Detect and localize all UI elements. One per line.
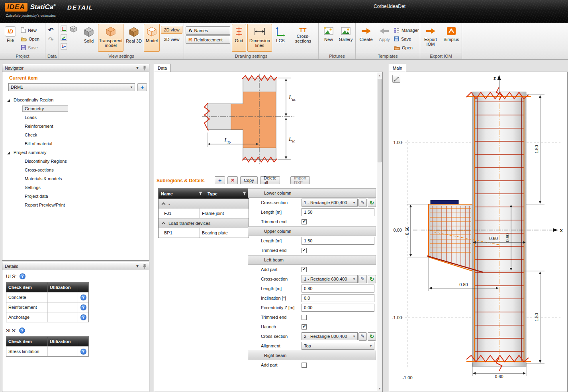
tree-item-geometry[interactable]: Geometry xyxy=(2,104,149,113)
tree-item-discontinuity-regions[interactable]: Discontinuity Regions xyxy=(2,157,149,166)
tab-main[interactable]: Main xyxy=(389,64,406,72)
delete-all-button[interactable]: Delete all xyxy=(260,176,280,184)
new-button[interactable]: New xyxy=(21,26,37,34)
details-header[interactable]: Details ▼ xyxy=(2,262,149,270)
redo-button[interactable]: ↷ xyxy=(48,36,53,43)
names-toggle[interactable]: A Names xyxy=(186,26,230,35)
trimmed-end-checkbox[interactable] xyxy=(302,248,307,253)
length-input[interactable]: 1.50 xyxy=(302,237,374,245)
scroll-down-arrow[interactable]: ▼ xyxy=(377,386,382,391)
group-row-load-transfer-devices[interactable]: Load transfer devices xyxy=(159,218,249,228)
cross-sections-button[interactable]: TT Cross-sections xyxy=(288,24,318,52)
table-row-reinforcement[interactable]: Reinforcement ? xyxy=(6,302,88,312)
cross-section-select[interactable]: 2 - Rectangle 800,400▼ xyxy=(302,332,358,340)
bimplus-button[interactable]: Bimplus xyxy=(442,24,461,52)
tree-item-settings[interactable]: Settings xyxy=(2,183,149,192)
tree-node-project-summary[interactable]: Project summary xyxy=(2,148,149,157)
dimension-lines-button[interactable]: Dimension lines xyxy=(247,24,272,52)
template-create-button[interactable]: Create xyxy=(357,24,375,52)
template-manager-button[interactable]: Manager xyxy=(394,26,419,34)
import-dxf-button[interactable]: Import DXF xyxy=(290,176,310,184)
add-part-checkbox[interactable] xyxy=(302,267,307,272)
save-button[interactable]: Save xyxy=(21,44,38,51)
help-icon[interactable]: ? xyxy=(80,294,86,300)
length-input[interactable]: 0.80 xyxy=(302,285,374,293)
edit-cross-section-button[interactable]: ✎ xyxy=(358,199,367,207)
view-3d-button[interactable]: 3D view xyxy=(161,35,182,43)
filter-icon[interactable] xyxy=(242,191,247,196)
tab-data[interactable]: Data xyxy=(154,64,171,72)
collapse-group-icon[interactable] xyxy=(162,222,166,226)
add-subregion-button[interactable]: + xyxy=(215,176,225,184)
trimmed-end-checkbox[interactable] xyxy=(302,315,307,320)
expander-icon[interactable] xyxy=(7,99,10,102)
pin-icon[interactable] xyxy=(143,263,147,269)
grid-button[interactable]: Grid xyxy=(232,24,246,52)
edit-cross-section-button[interactable]: ✎ xyxy=(358,275,367,283)
help-icon[interactable]: ? xyxy=(20,273,25,279)
refresh-cross-section-button[interactable]: ↻ xyxy=(368,275,376,283)
view-top-button[interactable] xyxy=(61,43,67,50)
edit-cross-section-button[interactable]: ✎ xyxy=(358,332,367,341)
transparent-model-button[interactable]: Transparent model xyxy=(98,24,123,52)
trimmed-end-checkbox[interactable] xyxy=(302,219,307,224)
tree-item-check[interactable]: Check xyxy=(2,131,149,139)
table-row-concrete[interactable]: Concrete ? xyxy=(6,292,88,302)
tree-node-discontinuity-region[interactable]: Discontinuity Region xyxy=(2,96,149,104)
view-axonometry-button[interactable] xyxy=(61,25,67,33)
tree-item-project-data[interactable]: Project data xyxy=(2,192,149,201)
help-icon[interactable]: ? xyxy=(80,304,86,310)
view-front-button[interactable] xyxy=(61,34,67,41)
column-header-name[interactable]: Name xyxy=(159,189,205,199)
section-header-lower-column[interactable]: Lower column xyxy=(248,188,376,198)
add-part-checkbox[interactable] xyxy=(302,363,307,368)
expander-icon[interactable] xyxy=(7,152,10,154)
collapse-panel-icon[interactable]: ▼ xyxy=(135,66,139,70)
column-header-check-item[interactable]: Check item xyxy=(6,283,48,292)
delete-subregion-button[interactable]: ✕ xyxy=(227,176,238,184)
model-button[interactable]: Model xyxy=(144,24,160,52)
inclination-input[interactable]: 0.0 xyxy=(302,294,374,302)
tree-item-cross-sections[interactable]: Cross-sections xyxy=(2,166,149,174)
tree-item-loads[interactable]: Loads xyxy=(2,113,149,122)
template-apply-button[interactable]: Apply xyxy=(376,24,392,52)
length-input[interactable]: 1.50 xyxy=(302,208,374,216)
help-icon[interactable]: ? xyxy=(80,349,86,355)
table-row-anchorage[interactable]: Anchorage ? xyxy=(6,312,88,322)
haunch-checkbox[interactable] xyxy=(302,324,307,330)
collapse-group-icon[interactable] xyxy=(162,202,166,206)
solid-button[interactable]: Solid xyxy=(80,24,97,52)
help-icon[interactable]: ? xyxy=(80,314,86,320)
cross-section-select[interactable]: 1 - Rectangle 600,400▼ xyxy=(302,199,358,207)
tree-item-bill-of-material[interactable]: Bill of material xyxy=(2,139,149,148)
column-header-check-item[interactable]: Check item xyxy=(6,337,48,346)
tree-item-report-preview-print[interactable]: Report Preview/Print xyxy=(2,201,149,209)
lcs-button[interactable]: LCS xyxy=(273,24,288,52)
eccentricity-input[interactable]: 0.00 xyxy=(302,304,374,312)
alignment-select[interactable]: Top▼ xyxy=(302,342,374,350)
data-panel-scrollbar[interactable]: ▲ ▼ xyxy=(377,72,382,391)
table-row-stress-limitation[interactable]: Stress limitation ? xyxy=(6,346,88,356)
template-save-button[interactable]: Save xyxy=(394,35,411,43)
file-button[interactable]: ID File xyxy=(2,24,19,52)
current-item-select[interactable]: DRM1 ▼ xyxy=(8,83,135,91)
row-fj1[interactable]: FJ1 Frame joint xyxy=(159,208,249,218)
export-iom-button[interactable]: Export IOM xyxy=(421,24,440,52)
filter-icon[interactable] xyxy=(198,191,203,196)
scrollbar-thumb[interactable] xyxy=(378,79,382,162)
collapse-panel-icon[interactable]: ▼ xyxy=(135,264,139,268)
help-icon[interactable]: ? xyxy=(19,328,25,333)
picture-new-button[interactable]: New xyxy=(320,24,337,52)
column-header-utilization[interactable]: Utilization xyxy=(48,283,78,292)
copy-button[interactable]: Copy xyxy=(240,176,258,184)
view-2d-button[interactable]: 2D view xyxy=(161,26,182,34)
section-header-upper-column[interactable]: Upper column xyxy=(248,226,376,236)
column-header-utilization[interactable]: Utilization xyxy=(48,337,78,346)
row-bp1[interactable]: BP1 Bearing plate xyxy=(159,228,249,238)
cross-section-select[interactable]: 1 - Rectangle 600,400▼ xyxy=(302,275,358,283)
refresh-cross-section-button[interactable]: ↻ xyxy=(368,332,376,341)
tree-item-reinforcement[interactable]: Reinforcement xyxy=(2,122,149,131)
isometric-cube-button[interactable] xyxy=(69,25,77,33)
pin-icon[interactable] xyxy=(143,65,147,71)
template-open-button[interactable]: Open xyxy=(394,44,413,51)
